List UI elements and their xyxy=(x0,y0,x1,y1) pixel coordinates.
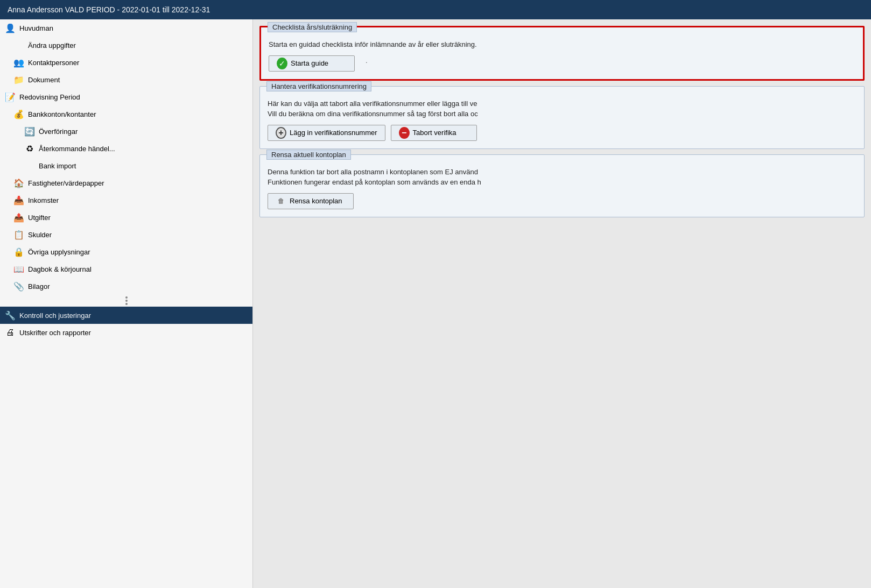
print-icon: 🖨 xyxy=(4,327,16,338)
panel-kontoplan-title: Rensa aktuell kontoplan xyxy=(266,150,351,160)
green-check-icon: ✓ xyxy=(277,58,287,69)
sidebar-label-inkomster: Inkomster xyxy=(28,196,59,204)
sidebar-label-dagbok: Dagbok & körjournal xyxy=(28,265,92,273)
sidebar-item-dokument[interactable]: 📁Dokument xyxy=(0,71,252,88)
sidebar-label-utgifter: Utgifter xyxy=(28,214,51,222)
panel-checklista-description: Starta en guidad checklista inför inlämn… xyxy=(269,39,855,50)
house-icon: 🏠 xyxy=(13,177,25,189)
sidebar-item-bilagor[interactable]: 📎Bilagor xyxy=(0,278,252,295)
debt-icon: 📋 xyxy=(13,229,25,240)
panel-kontoplan: Rensa aktuell kontoplan Denna funktion t… xyxy=(259,154,865,217)
sidebar-item-dagbok[interactable]: 📖Dagbok & körjournal xyxy=(0,260,252,278)
sidebar-item-fastigheter[interactable]: 🏠Fastigheter/värdepapper xyxy=(0,174,252,192)
sidebar-label-aterkommande: Återkommande händel... xyxy=(39,145,115,153)
transfer-icon: 🔄 xyxy=(24,125,36,137)
sidebar-item-utskrifter-rapporter[interactable]: 🖨Utskrifter och rapporter xyxy=(0,324,252,341)
sidebar-dots-separator xyxy=(0,295,252,307)
tabort-label: Tabort verifika xyxy=(413,129,456,137)
starta-guide-label: Starta guide xyxy=(291,59,328,67)
sidebar-label-fastigheter: Fastigheter/värdepapper xyxy=(28,179,104,187)
sidebar-item-skulder[interactable]: 📋Skulder xyxy=(0,226,252,243)
sidebar-label-overforingar: Överföringar xyxy=(39,127,78,136)
edit-icon: 📝 xyxy=(4,91,16,103)
income-icon: 📥 xyxy=(13,194,25,206)
sidebar-label-kontroll-justeringar: Kontroll och justeringar xyxy=(19,311,91,320)
tabort-verifikation-button[interactable]: − Tabort verifika xyxy=(391,125,477,141)
no-icon xyxy=(24,160,36,172)
content-area: Checklista års/sluträkning Starta en gui… xyxy=(253,19,871,588)
sidebar-label-huvudman: Huvudman xyxy=(19,24,53,32)
sidebar: 👤HuvudmanÄndra uppgifter👥Kontaktpersoner… xyxy=(0,19,253,588)
panel-verifikation-title: Hantera verifikationsnumrering xyxy=(266,81,371,91)
sidebar-label-dokument: Dokument xyxy=(28,76,60,84)
no-icon xyxy=(13,39,25,51)
rensa-kontoplan-button[interactable]: 🗑 Rensa kontoplan xyxy=(268,193,354,209)
abc-broom-icon: 🗑 xyxy=(276,196,286,207)
sidebar-label-bank-import: Bank import xyxy=(39,162,76,170)
plus-circle-icon: + xyxy=(276,127,286,138)
panel-checklista: Checklista års/sluträkning Starta en gui… xyxy=(259,26,865,81)
sidebar-item-kontroll-justeringar[interactable]: 🔧Kontroll och justeringar xyxy=(0,307,252,324)
minus-circle-icon: − xyxy=(399,127,410,138)
sidebar-item-inkomster[interactable]: 📥Inkomster xyxy=(0,192,252,209)
sidebar-item-kontaktpersoner[interactable]: 👥Kontaktpersoner xyxy=(0,54,252,71)
folder-icon: 📁 xyxy=(13,74,25,86)
clip-icon: 📎 xyxy=(13,280,25,292)
sidebar-label-kontaktpersoner: Kontaktpersoner xyxy=(28,59,79,67)
panel-verifikation: Hantera verifikationsnumrering Här kan d… xyxy=(259,86,865,149)
sidebar-label-skulder: Skulder xyxy=(28,231,52,239)
top-bar: Anna Andersson VALD PERIOD - 2022-01-01 … xyxy=(0,0,871,19)
sidebar-label-utskrifter-rapporter: Utskrifter och rapporter xyxy=(19,329,91,337)
expense-icon: 📤 xyxy=(13,211,25,223)
sidebar-label-redovisning-period: Redovisning Period xyxy=(19,93,80,101)
panel-kontoplan-desc1: Denna funktion tar bort alla postnamn i … xyxy=(268,167,856,178)
sidebar-item-overforingar[interactable]: 🔄Överföringar xyxy=(0,123,252,140)
sidebar-label-andra-uppgifter: Ändra uppgifter xyxy=(28,41,76,49)
top-bar-text: Anna Andersson VALD PERIOD - 2022-01-01 … xyxy=(8,5,210,14)
panel-checklista-title: Checklista års/sluträkning xyxy=(268,22,357,32)
rensa-kontoplan-label: Rensa kontoplan xyxy=(290,197,342,205)
wrench-icon: 🔧 xyxy=(4,309,16,321)
sidebar-item-utgifter[interactable]: 📤Utgifter xyxy=(0,209,252,226)
book-icon: 📖 xyxy=(13,263,25,275)
sidebar-item-ovriga-upplysningar[interactable]: 🔒Övriga upplysningar xyxy=(0,243,252,260)
lagg-in-verifikationsnummer-button[interactable]: + Lägg in verifikationsnummer xyxy=(268,125,385,141)
recurring-icon: ♻ xyxy=(24,143,36,154)
starta-guide-button[interactable]: ✓ Starta guide xyxy=(269,55,355,72)
lagg-in-label: Lägg in verifikationsnummer xyxy=(290,129,377,137)
panel-verifikation-desc1: Här kan du välja att tabort alla verifik… xyxy=(268,98,856,109)
sidebar-label-bankkonton: Bankkonton/kontanter xyxy=(28,110,96,118)
info-icon: 🔒 xyxy=(13,246,25,258)
sidebar-item-bankkonton[interactable]: 💰Bankkonton/kontanter xyxy=(0,105,252,123)
sidebar-label-bilagor: Bilagor xyxy=(28,282,50,291)
sidebar-item-bank-import[interactable]: Bank import xyxy=(0,157,252,174)
panel-verifikation-desc2: Vill du beräkna om dina verifikationsnum… xyxy=(268,109,856,119)
bank-icon: 💰 xyxy=(13,108,25,120)
person-icon: 👤 xyxy=(4,22,16,34)
sidebar-item-aterkommande[interactable]: ♻Återkommande händel... xyxy=(0,140,252,157)
sidebar-item-huvudman[interactable]: 👤Huvudman xyxy=(0,19,252,37)
dot-separator: . xyxy=(366,55,368,72)
sidebar-item-andra-uppgifter[interactable]: Ändra uppgifter xyxy=(0,37,252,54)
sidebar-item-redovisning-period[interactable]: 📝Redovisning Period xyxy=(0,88,252,105)
sidebar-label-ovriga-upplysningar: Övriga upplysningar xyxy=(28,248,90,256)
panel-kontoplan-desc2: Funktionen fungerar endast på kontoplan … xyxy=(268,177,856,188)
contact-icon: 👥 xyxy=(13,56,25,68)
